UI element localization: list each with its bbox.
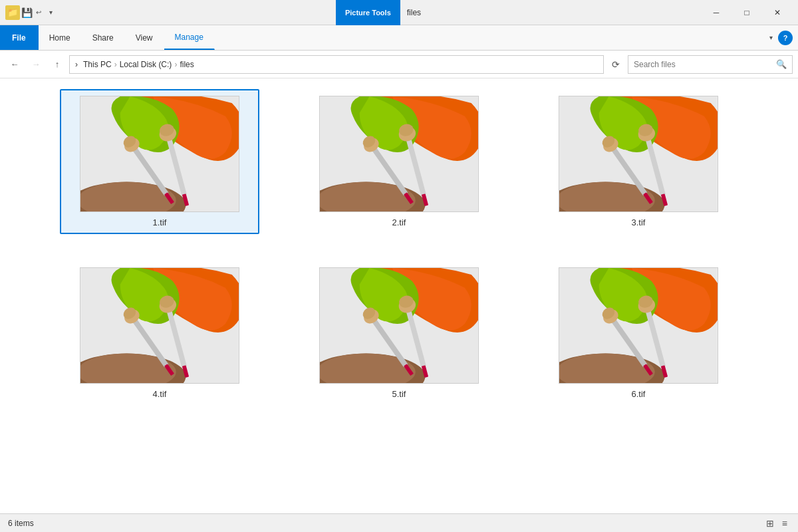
status-bar: 6 items ⊞ ≡	[0, 513, 798, 532]
folder-icon: 📁	[5, 5, 20, 20]
back-button[interactable]: ←	[5, 55, 24, 74]
path-segment-home: ›	[75, 60, 78, 69]
ribbon-collapse-icon[interactable]: ▾	[767, 31, 775, 44]
file-name: 6.tif	[632, 389, 646, 399]
title-bar-center: Picture Tools files	[336, 0, 421, 25]
path-segment-thispc[interactable]: This PC	[83, 60, 112, 69]
file-thumbnail	[319, 96, 479, 212]
address-path[interactable]: › This PC › Local Disk (C:) › files	[69, 55, 604, 74]
search-box[interactable]: 🔍	[628, 55, 793, 74]
large-icon-view-button[interactable]: ⊞	[763, 517, 777, 530]
tab-view[interactable]: View	[125, 25, 164, 50]
minimize-button[interactable]: ─	[701, 0, 732, 25]
close-button[interactable]: ✕	[762, 0, 793, 25]
file-thumbnail	[559, 96, 718, 212]
file-name: 3.tif	[632, 217, 646, 227]
up-button[interactable]: ↑	[48, 55, 66, 74]
tab-manage[interactable]: Manage	[164, 25, 215, 50]
file-name: 1.tif	[153, 217, 167, 227]
save-icon[interactable]: 💾	[21, 7, 32, 18]
file-name: 4.tif	[153, 389, 167, 399]
window-controls: ─ □ ✕	[701, 0, 793, 25]
address-bar: ← → ↑ › This PC › Local Disk (C:) › file…	[0, 51, 798, 78]
undo-icon[interactable]: ↩	[33, 7, 44, 18]
ribbon-right: ▾ ?	[767, 25, 798, 50]
file-name: 2.tif	[392, 217, 406, 227]
maximize-button[interactable]: □	[732, 0, 762, 25]
quick-access-toolbar: 📁 💾 ↩ ▾	[5, 5, 56, 20]
tab-file[interactable]: File	[0, 25, 39, 50]
file-thumbnail	[80, 267, 239, 384]
search-input[interactable]	[634, 60, 773, 69]
file-item[interactable]: 4.tif	[60, 261, 259, 406]
file-item[interactable]: 3.tif	[539, 89, 738, 234]
file-thumbnail	[80, 96, 239, 212]
view-mode-buttons: ⊞ ≡	[763, 517, 790, 530]
path-segment-localdisk[interactable]: Local Disk (C:)	[120, 60, 172, 69]
title-bar: 📁 💾 ↩ ▾ Picture Tools files ─ □ ✕	[0, 0, 798, 25]
path-segment-files[interactable]: files	[180, 60, 194, 69]
file-thumbnail	[319, 267, 479, 384]
search-icon[interactable]: 🔍	[776, 59, 787, 69]
file-name: 5.tif	[392, 389, 406, 399]
file-thumbnail	[559, 267, 718, 384]
picture-tools-tab[interactable]: Picture Tools	[336, 0, 400, 25]
window-title: files	[407, 8, 421, 17]
tab-home[interactable]: Home	[39, 25, 82, 50]
file-grid: 1.tif	[16, 89, 782, 406]
dropdown-arrow-icon[interactable]: ▾	[45, 7, 56, 18]
file-item[interactable]: 6.tif	[539, 261, 738, 406]
help-button[interactable]: ?	[778, 31, 793, 45]
item-count: 6 items	[8, 519, 34, 528]
ribbon: File Home Share View Manage ▾ ?	[0, 25, 798, 51]
main-area: 1.tif	[0, 78, 798, 513]
list-view-button[interactable]: ≡	[779, 517, 790, 530]
file-item[interactable]: 5.tif	[299, 261, 499, 406]
tab-share[interactable]: Share	[82, 25, 125, 50]
file-item[interactable]: 2.tif	[299, 89, 499, 234]
file-item[interactable]: 1.tif	[60, 89, 259, 234]
forward-button: →	[27, 55, 45, 74]
refresh-button[interactable]: ⟳	[606, 55, 625, 74]
title-bar-left: 📁 💾 ↩ ▾	[5, 5, 56, 20]
